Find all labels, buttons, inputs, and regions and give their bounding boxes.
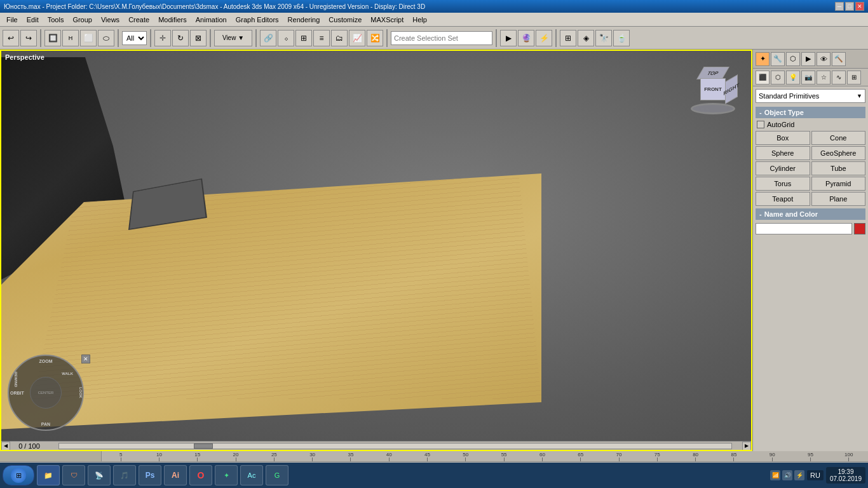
undo-button[interactable]: ↩ <box>3 30 19 46</box>
menu-file[interactable]: File <box>3 15 22 25</box>
cube-top-face: TOP <box>696 67 729 79</box>
subtab-geometry[interactable]: ⬛ <box>756 71 770 85</box>
taskbar-autocad[interactable]: Ac <box>240 465 263 485</box>
select-name-tool[interactable]: H <box>62 30 79 46</box>
taskbar-opera[interactable]: O <box>189 465 212 485</box>
sphere-button[interactable]: Sphere <box>756 146 810 160</box>
minimize-button[interactable]: ─ <box>835 2 844 11</box>
tool-extra1[interactable]: ⊞ <box>560 30 576 46</box>
nav-cube[interactable]: TOP FRONT RIGHT <box>688 64 738 114</box>
select-rotate-tool[interactable]: ↻ <box>172 30 189 46</box>
taskbar-sketchup[interactable]: ✦ <box>215 465 238 485</box>
tool-extra2[interactable]: ◈ <box>578 30 594 46</box>
subtab-systems[interactable]: ⊞ <box>847 71 861 85</box>
compass-close-button[interactable]: ✕ <box>81 355 90 363</box>
create-selection-set-input[interactable] <box>391 31 492 45</box>
link-tool[interactable]: 🔗 <box>260 30 276 46</box>
pyramid-button[interactable]: Pyramid <box>811 177 866 191</box>
name-color-header[interactable]: - Name and Color <box>756 208 865 220</box>
lang-display[interactable]: RU <box>807 470 824 480</box>
quick-render[interactable]: ⚡ <box>536 30 552 46</box>
panel-display-tab[interactable]: 👁 <box>817 52 831 66</box>
layer-manager[interactable]: 🗂 <box>331 30 348 46</box>
teapot-button[interactable]: Teapot <box>756 192 810 206</box>
subtab-spacewarps[interactable]: ∿ <box>832 71 846 85</box>
cylinder-button[interactable]: Cylinder <box>756 161 810 175</box>
taskbar-photoshop[interactable]: Ps <box>139 465 161 485</box>
menu-edit[interactable]: Edit <box>23 15 43 25</box>
viewport[interactable]: Perspective TOP FRONT RIGHT ✕ <box>0 50 752 451</box>
illustrator-icon: Ai <box>172 471 179 480</box>
menu-tools[interactable]: Tools <box>44 15 68 25</box>
menu-group[interactable]: Group <box>69 15 96 25</box>
redo-button[interactable]: ↪ <box>20 30 37 46</box>
start-button[interactable]: ⊞ <box>3 465 34 485</box>
menu-rendering[interactable]: Rendering <box>284 15 324 25</box>
scroll-thumb[interactable] <box>194 444 213 449</box>
tool-extra4[interactable]: 🍵 <box>613 30 630 46</box>
close-button[interactable]: ✕ <box>855 2 864 11</box>
tray-battery-icon: ⚡ <box>794 470 804 480</box>
panel-create-tab[interactable]: ✦ <box>756 52 770 66</box>
panel-motion-tab[interactable]: ▶ <box>801 52 815 66</box>
select-region-circle[interactable]: ⬭ <box>98 30 114 46</box>
clock-display[interactable]: 19:39 07.02.2019 <box>826 467 865 484</box>
menu-graph-editors[interactable]: Graph Editors <box>232 15 283 25</box>
taskbar-winamp[interactable]: 🎵 <box>113 465 136 485</box>
menu-maxscript[interactable]: MAXScript <box>367 15 407 25</box>
menu-create[interactable]: Create <box>125 15 153 25</box>
color-swatch[interactable] <box>854 223 865 234</box>
select-move-tool[interactable]: ✛ <box>154 30 171 46</box>
mirror-tool[interactable]: ⬦ <box>278 30 294 46</box>
subtab-helpers[interactable]: ☆ <box>817 71 831 85</box>
category-dropdown[interactable]: Standard Primitives ▼ <box>756 89 865 103</box>
curve-editor[interactable]: 📈 <box>349 30 365 46</box>
menu-modifiers[interactable]: Modifiers <box>154 15 191 25</box>
sep8 <box>555 29 557 47</box>
tube-button[interactable]: Tube <box>811 161 866 175</box>
scroll-track[interactable] <box>58 443 732 449</box>
filter-dropdown[interactable]: All <box>122 31 147 45</box>
box-button[interactable]: Box <box>756 131 810 145</box>
taskbar-teamviewer[interactable]: 📡 <box>88 465 111 485</box>
torus-button[interactable]: Torus <box>756 177 810 191</box>
schematic-view[interactable]: 🔀 <box>367 30 383 46</box>
taskbar-illustrator[interactable]: Ai <box>164 465 187 485</box>
taskbar-corel[interactable]: G <box>266 465 288 485</box>
scroll-right-arrow[interactable]: ▶ <box>742 442 751 451</box>
select-scale-tool[interactable]: ⊠ <box>190 30 207 46</box>
name-color-label: Name and Color <box>764 210 818 218</box>
menu-animation[interactable]: Animation <box>192 15 231 25</box>
array-tool[interactable]: ⊞ <box>295 30 312 46</box>
geosphere-button[interactable]: GeoSphere <box>811 146 866 160</box>
panel-hierarchy-tab[interactable]: ⬡ <box>786 52 800 66</box>
object-type-header[interactable]: - Object Type <box>756 107 865 118</box>
compass-wheel[interactable]: ✕ ZOOM ORBIT PAN LOOK WALK REWIND CENTER <box>8 355 90 437</box>
plane-button[interactable]: Plane <box>811 192 866 206</box>
taskbar-avast[interactable]: 🛡 <box>62 465 85 485</box>
cone-button[interactable]: Cone <box>811 131 866 145</box>
render-play[interactable]: ▶ <box>500 30 517 46</box>
autocad-icon: Ac <box>248 471 256 479</box>
align-tool[interactable]: ≡ <box>313 30 330 46</box>
subtab-cameras[interactable]: 📷 <box>801 71 815 85</box>
object-name-input[interactable] <box>756 223 852 234</box>
maximize-button[interactable]: □ <box>845 2 854 11</box>
select-tool[interactable]: 🔲 <box>44 30 61 46</box>
subtab-shapes[interactable]: ⬡ <box>771 71 785 85</box>
panel-modify-tab[interactable]: 🔧 <box>771 52 785 66</box>
photoshop-icon: Ps <box>146 471 155 480</box>
subtab-lights[interactable]: 💡 <box>786 71 800 85</box>
select-region-rect[interactable]: ⬜ <box>80 30 97 46</box>
taskbar-explorer[interactable]: 📁 <box>37 465 60 485</box>
material-editor[interactable]: 🔮 <box>518 30 534 46</box>
view-dropdown[interactable]: View ▼ <box>214 30 252 46</box>
menu-customize[interactable]: Customize <box>325 15 365 25</box>
menu-help[interactable]: Help <box>409 15 431 25</box>
autogrid-checkbox[interactable] <box>757 121 764 128</box>
menu-views[interactable]: Views <box>97 15 123 25</box>
ruler-mark: 15 <box>179 452 217 461</box>
panel-utilities-tab[interactable]: 🔨 <box>832 52 846 66</box>
scroll-left-arrow[interactable]: ◀ <box>1 442 10 451</box>
tool-extra3[interactable]: 🔭 <box>595 30 612 46</box>
